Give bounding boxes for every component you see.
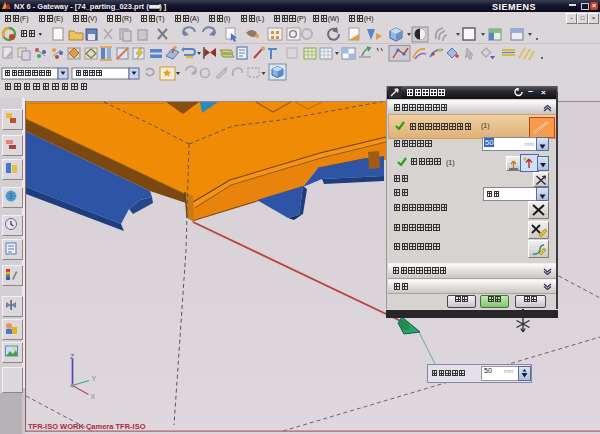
svg-text:TFR-ISO WORK Camera TFR-ISO: TFR-ISO WORK Camera TFR-ISO xyxy=(28,422,146,431)
svg-text:Y: Y xyxy=(92,375,97,382)
svg-text:Z: Z xyxy=(70,353,75,360)
svg-text:X: X xyxy=(91,393,96,400)
